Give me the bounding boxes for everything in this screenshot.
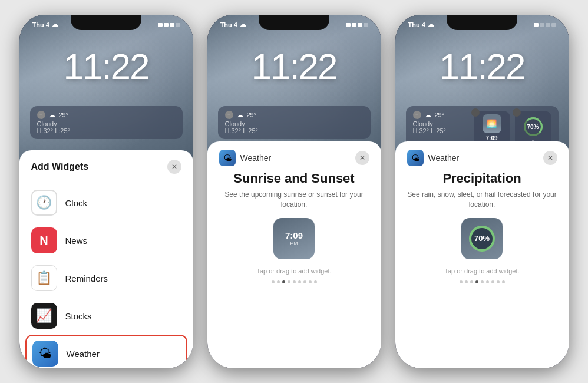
weather-detail-panel-3: 🌤 Weather ✕ Precipitation See rain, snow…: [395, 141, 569, 293]
cloud-icon-1: ☁: [52, 21, 58, 28]
bat3-seg-4: [551, 23, 556, 27]
weather-detail-panel-2: 🌤 Weather ✕ Sunrise and Sunset See the u…: [207, 141, 381, 293]
day-label-2: Thu 4: [220, 21, 237, 28]
precip-pct-preview: 70%: [474, 234, 490, 243]
widget-desc-3: See rain, snow, sleet, or hail forecaste…: [407, 190, 557, 210]
minus-icon-1: −: [37, 111, 45, 119]
notch-3: [447, 15, 517, 30]
bat-seg-2: [164, 23, 169, 27]
widget-preview-2: 7:09 PM: [219, 218, 369, 259]
lock-time-2: 11:22: [207, 45, 381, 87]
weather-label: Weather: [67, 349, 100, 359]
dot-3-active: [282, 280, 285, 283]
cloud-icon-w1: ☁: [49, 111, 55, 119]
p3-dot-1: [460, 280, 463, 283]
weather-hl-2: H:32° L:25°: [225, 127, 364, 134]
lock-weather-top-3: − ☁ 29°: [413, 111, 469, 119]
widget-list: 🕐 Clock N News 📋 Reminders: [19, 181, 193, 368]
weather-panel-name-3: Weather: [428, 153, 539, 163]
minus-badge-sunset: −: [471, 108, 480, 117]
weather-desc-1: Cloudy: [37, 120, 176, 127]
lock-weather-top-1: − ☁ 29°: [37, 111, 176, 119]
p3-dot-3: [470, 280, 473, 283]
p3-dot-4-active: [475, 280, 478, 283]
widget-item-stocks[interactable]: 📈 Stocks: [19, 297, 193, 335]
day-label-3: Thu 4: [408, 21, 425, 28]
cloud-icon-w3: ☁: [425, 111, 431, 119]
tap-hint-2: Tap or drag to add widget.: [219, 268, 369, 275]
preview-time-2: 7:09: [285, 230, 303, 240]
widget-item-clock[interactable]: 🕐 Clock: [19, 184, 193, 222]
close-button[interactable]: ✕: [167, 160, 181, 174]
status-left-2: Thu 4 ☁: [220, 21, 246, 28]
weather-panel-name-2: Weather: [240, 153, 351, 163]
add-widgets-panel: Add Widgets ✕ 🕐 Clock N News: [19, 150, 193, 368]
bat-seg-4: [176, 23, 180, 27]
weather-icon: 🌤: [39, 346, 52, 361]
status-left-1: Thu 4 ☁: [32, 21, 58, 28]
dots-row-2: [219, 280, 369, 283]
p3-dot-7: [491, 280, 494, 283]
bat2-seg-2: [352, 23, 356, 27]
weather-app-icon: 🌤: [32, 341, 58, 367]
weather-hl-3: H:32° L:25°: [413, 127, 469, 134]
p3-dot-6: [486, 280, 489, 283]
weather-cloud-icon-2: 🌤: [223, 153, 232, 163]
temp-2: 29°: [247, 111, 257, 118]
precip-circle-lock: 70%: [524, 117, 543, 136]
dot-4: [288, 280, 290, 283]
minus-icon-2: −: [225, 111, 233, 119]
stocks-app-icon: 📈: [31, 303, 57, 329]
weather-desc-3: Cloudy: [413, 120, 469, 127]
clock-app-icon: 🕐: [31, 190, 57, 216]
stocks-label: Stocks: [65, 311, 92, 321]
bat2-seg-1: [346, 23, 351, 27]
p3-dot-9: [502, 280, 505, 283]
battery-1: [158, 23, 180, 27]
weather-panel-header-3: 🌤 Weather ✕: [407, 150, 557, 166]
tap-hint-3: Tap or drag to add widget.: [407, 268, 557, 275]
phone-1: Thu 4 ☁ 11:22 − ☁ 29° Cloudy H:32° L:25°…: [19, 15, 193, 368]
stocks-icon: 📈: [36, 308, 52, 323]
bat3-seg-1: [534, 23, 539, 27]
weather-cloud-icon-3: 🌤: [411, 153, 419, 163]
cloud-icon-3: ☁: [428, 21, 434, 28]
widget-item-news[interactable]: N News: [19, 222, 193, 259]
dot-7: [303, 280, 306, 283]
news-app-icon: N: [31, 227, 57, 253]
weather-app-icon-2: 🌤: [219, 150, 236, 166]
widget-desc-2: See the upcoming sunrise or sunset for y…: [219, 190, 369, 210]
battery-2: [346, 23, 368, 27]
reminders-label: Reminders: [65, 273, 108, 283]
phone-2: Thu 4 ☁ 11:22 − ☁ 29° Cloudy H:32° L:25°…: [207, 15, 381, 368]
precip-pct-lock: 70%: [527, 124, 539, 130]
p3-dot-8: [497, 280, 500, 283]
precip-preview: 70%: [461, 218, 503, 259]
weather-hl-1: H:32° L:25°: [37, 127, 176, 134]
dots-row-3: [407, 280, 557, 283]
close-button-3[interactable]: ✕: [543, 151, 557, 165]
phone-3: Thu 4 ☁ 11:22 − ☁ 29° Cloudy H:32° L:25°: [395, 15, 569, 368]
p3-dot-5: [481, 280, 484, 283]
dot-8: [309, 280, 312, 283]
temp-1: 29°: [59, 111, 69, 118]
sunset-preview: 7:09 PM: [273, 218, 315, 259]
widget-item-weather[interactable]: 🌤 Weather: [25, 335, 187, 368]
lock-time-3: 11:22: [395, 45, 569, 87]
temp-3: 29°: [435, 111, 445, 118]
widget-title-2: Sunrise and Sunset: [219, 171, 369, 186]
close-button-2[interactable]: ✕: [355, 151, 369, 165]
widget-item-reminders[interactable]: 📋 Reminders: [19, 259, 193, 297]
precip-big-circle: 70%: [469, 226, 495, 252]
panel-title: Add Widgets: [31, 161, 89, 172]
cloud-icon-2: ☁: [240, 21, 246, 28]
preview-label-2: PM: [290, 240, 298, 246]
notch-2: [259, 15, 329, 30]
weather-panel-header-2: 🌤 Weather ✕: [219, 150, 369, 166]
lock-weather-1: − ☁ 29° Cloudy H:32° L:25°: [30, 106, 183, 139]
minus-icon-3: −: [413, 111, 421, 119]
dot-1: [272, 280, 275, 283]
dot-6: [298, 280, 301, 283]
bat2-seg-4: [364, 23, 368, 27]
widget-preview-3: 70%: [407, 218, 557, 259]
